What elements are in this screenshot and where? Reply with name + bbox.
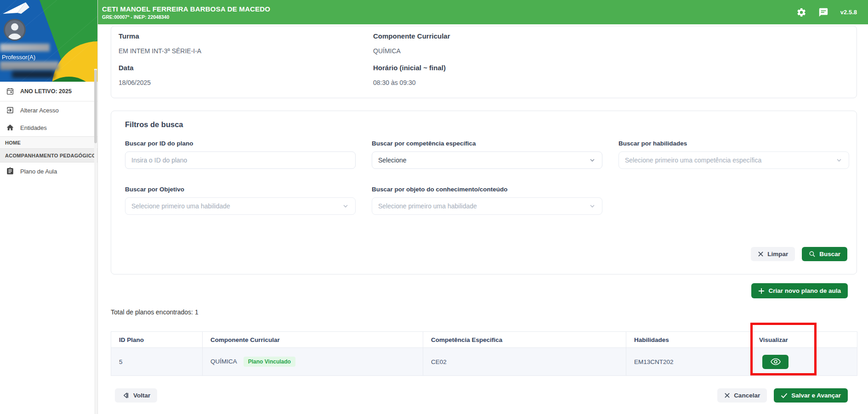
sidebar-item-entidades[interactable]: Entidades	[0, 119, 97, 136]
buscar-button[interactable]: Buscar	[802, 247, 847, 261]
buscar-label: Buscar	[819, 251, 840, 257]
cell-id-plano: 5	[111, 348, 203, 376]
chat-icon[interactable]	[818, 7, 828, 17]
col-componente: Componente Curricular	[203, 332, 423, 348]
status-badge: Plano Vinculado	[244, 357, 295, 367]
sidebar-item-label: Alterar Acesso	[20, 107, 59, 114]
sidebar-scrollbar-thumb[interactable]	[94, 70, 97, 143]
visualizar-button[interactable]	[762, 355, 789, 369]
objeto-select[interactable]: Selecione primeiro uma habilidade	[372, 197, 602, 215]
sidebar-item-label: ANO LETIVO: 2025	[20, 88, 72, 95]
limpar-button[interactable]: Limpar	[751, 247, 795, 261]
filter-field-objeto-conhecimento: Buscar por objeto do conhecimento/conteú…	[372, 185, 602, 215]
competencia-select[interactable]: Selecione	[372, 151, 602, 169]
close-icon	[724, 392, 730, 398]
col-habilidades: Habilidades	[626, 332, 751, 348]
filter-field-competencia: Buscar por competência específica Seleci…	[372, 140, 602, 169]
filters-card: Filtros de busca Buscar por ID do plano …	[111, 111, 857, 274]
top-bar: CETI MANOEL FERREIRA BARBOSA DE MACEDO G…	[98, 0, 868, 24]
exit-icon	[6, 106, 14, 114]
criar-novo-plano-button[interactable]: Criar novo plano de aula	[751, 283, 848, 298]
avatar[interactable]	[4, 19, 26, 41]
calendar-icon	[6, 87, 14, 95]
data-label: Data	[119, 64, 366, 72]
turma-value: EM INTEM INT-3ª SÉRIE-I-A	[119, 47, 366, 55]
sidebar-item-label: Entidades	[20, 124, 47, 131]
filter-field-habilidades: Buscar por habilidades Selecione primeir…	[618, 140, 849, 169]
person-icon	[5, 20, 24, 39]
col-competencia: Competência Especifica	[423, 332, 626, 348]
chevron-down-icon	[835, 157, 843, 164]
sidebar-item-label: Plano de Aula	[20, 168, 57, 175]
redacted-info-bar	[0, 62, 59, 70]
app-version: v2.5.8	[840, 9, 857, 16]
school-name: CETI MANOEL FERREIRA BARBOSA DE MACEDO	[102, 5, 270, 13]
objetivo-select-value: Selecione primeiro uma habilidade	[131, 202, 230, 210]
cell-visualizar	[751, 348, 857, 376]
salvar-avancar-button[interactable]: Salvar e Avançar	[774, 388, 848, 403]
id-plano-input[interactable]	[131, 157, 349, 164]
cell-componente: QUÍMICAPlano Vinculado	[203, 348, 423, 376]
sidebar-nav: ANO LETIVO: 2025 Alterar Acesso Entidade…	[0, 82, 97, 180]
habilidades-select[interactable]: Selecione primeiro uma competência espec…	[618, 151, 849, 169]
cancelar-button[interactable]: Cancelar	[717, 388, 767, 403]
topbar-actions: v2.5.8	[796, 7, 857, 17]
gear-icon[interactable]	[796, 7, 806, 17]
search-icon	[809, 251, 816, 257]
id-plano-label: Buscar por ID do plano	[125, 140, 356, 147]
componente-value: QUÍMICA	[373, 47, 620, 55]
cancelar-label: Cancelar	[734, 392, 760, 399]
redacted-name-bar	[0, 44, 50, 51]
voltar-label: Voltar	[133, 392, 150, 399]
turma-label: Turma	[119, 33, 366, 40]
chevron-down-icon	[589, 202, 596, 210]
class-info-col-left: Turma EM INTEM INT-3ª SÉRIE-I-A Data 18/…	[111, 26, 366, 98]
objetivo-label: Buscar por Objetivo	[125, 185, 356, 193]
sidebar-scrollbar	[94, 69, 97, 414]
filters-title: Filtros de busca	[125, 120, 183, 129]
habilidades-select-value: Selecione primeiro uma competência espec…	[625, 157, 761, 164]
objetivo-select[interactable]: Selecione primeiro uma habilidade	[125, 197, 356, 215]
filter-field-id-plano: Buscar por ID do plano	[125, 140, 356, 169]
table-row: 5 QUÍMICAPlano Vinculado CE02 EM13CNT202	[111, 348, 857, 376]
school-meta: GRE:00007ª - INEP: 22048340	[102, 14, 270, 20]
class-info-card: Turma EM INTEM INT-3ª SÉRIE-I-A Data 18/…	[111, 26, 857, 98]
planos-table: ID Plano Componente Curricular Competênc…	[111, 331, 857, 376]
limpar-label: Limpar	[767, 251, 788, 257]
total-planos-text: Total de planos encontrados: 1	[111, 308, 199, 316]
cell-competencia: CE02	[423, 348, 626, 376]
cell-habilidades: EM13CNT202	[626, 348, 751, 376]
voltar-button[interactable]: Voltar	[115, 388, 157, 403]
redacted-info-bar-2	[12, 71, 54, 78]
plus-icon	[758, 288, 765, 294]
sidebar-section-pedagogico: ACOMPANHAMENTO PEDAGÓGICO	[0, 149, 97, 162]
col-visualizar: Visualizar	[751, 332, 857, 348]
data-value: 18/06/2025	[119, 79, 366, 86]
step-back-icon	[122, 392, 130, 399]
close-icon	[758, 251, 764, 257]
horario-label: Horário (inicial ~ final)	[373, 64, 620, 72]
check-icon	[781, 393, 788, 398]
criar-label: Criar novo plano de aula	[768, 287, 841, 294]
componente-label: Componente Curricular	[373, 33, 620, 40]
user-role: Professor(A)	[2, 54, 35, 61]
sidebar-item-alterar-acesso[interactable]: Alterar Acesso	[0, 101, 97, 119]
sidebar-section-home: HOME	[0, 136, 97, 149]
chevron-down-icon	[342, 202, 349, 210]
sidebar: Professor(A) ANO LETIVO: 2025 Alterar Ac…	[0, 0, 98, 414]
home-icon	[6, 123, 14, 132]
clipboard-icon	[6, 167, 14, 175]
sidebar-item-ano-letivo[interactable]: ANO LETIVO: 2025	[0, 82, 97, 101]
competencia-label: Buscar por competência específica	[372, 140, 602, 147]
eye-icon	[771, 358, 781, 365]
habilidades-label: Buscar por habilidades	[618, 140, 849, 147]
flag-banner: Professor(A)	[0, 0, 97, 82]
filter-field-objetivo: Buscar por Objetivo Selecione primeiro u…	[125, 185, 356, 215]
main-content: Turma EM INTEM INT-3ª SÉRIE-I-A Data 18/…	[98, 24, 868, 414]
componente-text: QUÍMICA	[210, 358, 237, 365]
school-header: CETI MANOEL FERREIRA BARBOSA DE MACEDO G…	[102, 5, 270, 20]
horario-value: 08:30 às 09:30	[373, 79, 620, 86]
sidebar-item-plano-de-aula[interactable]: Plano de Aula	[0, 162, 97, 180]
table-header-row: ID Plano Componente Curricular Competênc…	[111, 332, 857, 348]
objeto-label: Buscar por objeto do conhecimento/conteú…	[372, 185, 602, 193]
